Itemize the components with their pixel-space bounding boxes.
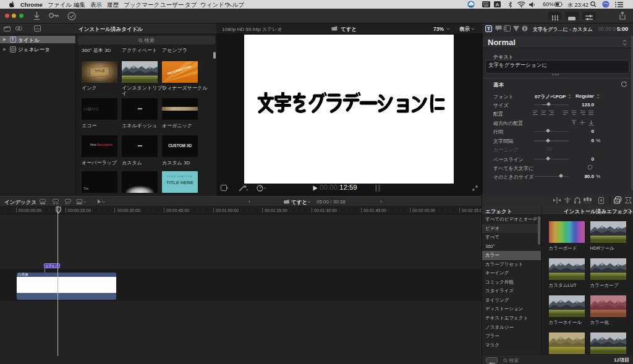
svg-text:A: A (496, 2, 499, 7)
